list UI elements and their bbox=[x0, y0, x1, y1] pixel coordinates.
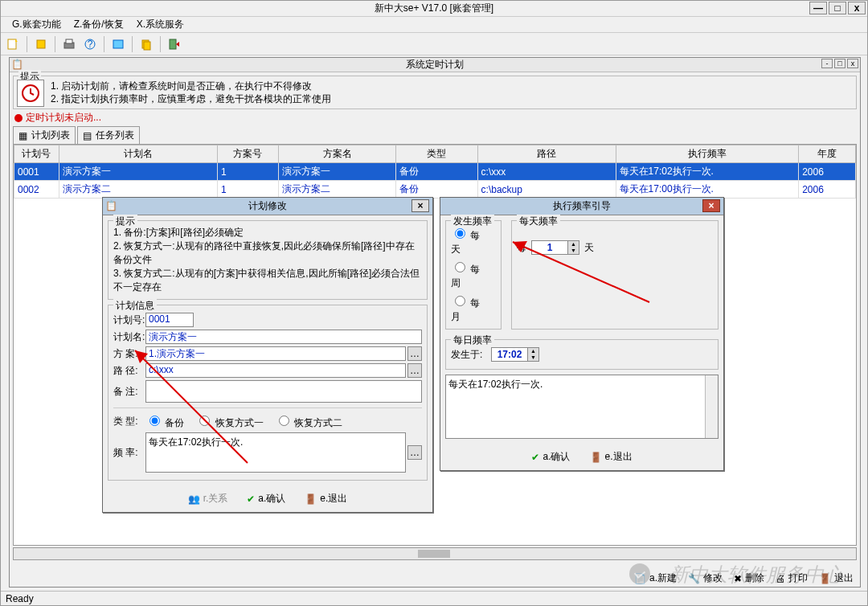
door-icon: 🚪 bbox=[590, 452, 602, 463]
door-icon: 🚪 bbox=[305, 493, 317, 505]
new-icon: 📄 bbox=[634, 573, 646, 584]
toolbar-help-icon[interactable]: ? bbox=[81, 35, 99, 53]
label-scheme: 方 案: bbox=[113, 347, 145, 361]
note-input[interactable] bbox=[145, 380, 422, 403]
label-freq: 频 率: bbox=[113, 446, 145, 460]
radio-weekly[interactable]: 每周 bbox=[451, 260, 485, 290]
summary-scrollbar[interactable] bbox=[705, 375, 718, 438]
tab-task-list[interactable]: ▤ 任务列表 bbox=[77, 126, 140, 144]
print-icon: 🖨 bbox=[776, 573, 785, 584]
toolbar-print-icon[interactable] bbox=[60, 35, 78, 53]
time-up-icon[interactable]: ▲ bbox=[528, 348, 538, 354]
tip-line-1: 1. 启动计划前，请检查系统时间是否正确，在执行中不得修改 bbox=[51, 80, 853, 92]
menu-account[interactable]: G.账套功能 bbox=[6, 16, 68, 33]
svg-rect-6 bbox=[113, 40, 123, 48]
freq-summary[interactable]: 每天在17:02执行一次. bbox=[445, 375, 719, 439]
plan-edit-title: 计划修改 bbox=[248, 199, 287, 213]
edit-tip-2: 2. 恢复方式一:从现有的路径中直接恢复,因此必须确保所输[路径]中存在备份文件 bbox=[113, 240, 422, 267]
exit-button[interactable]: 🚪e.退出 bbox=[305, 492, 347, 506]
col-type[interactable]: 类型 bbox=[396, 145, 477, 163]
scheme-input[interactable]: 1.演示方案一 bbox=[145, 346, 406, 361]
tip-line-2: 2. 指定计划执行频率时，应慎重考虑，避免干扰各模块的正常使用 bbox=[51, 92, 853, 105]
col-scheme-name[interactable]: 方案名 bbox=[278, 145, 396, 163]
plan-edit-close-button[interactable]: × bbox=[411, 199, 429, 212]
edit-dialog-actions: 👥r.关系 ✔a.确认 🚪e.退出 bbox=[103, 485, 432, 512]
col-year[interactable]: 年度 bbox=[799, 145, 856, 163]
freq-browse-button[interactable]: … bbox=[407, 445, 422, 460]
freq-dialog-actions: ✔a.确认 🚪e.退出 bbox=[440, 444, 723, 470]
every-days-stepper[interactable]: ▲▼ bbox=[531, 240, 579, 255]
toolbar-new-icon[interactable] bbox=[4, 35, 22, 53]
horizontal-scrollbar[interactable] bbox=[13, 547, 857, 560]
col-freq[interactable]: 执行频率 bbox=[616, 145, 799, 163]
freq-exit-button[interactable]: 🚪e.退出 bbox=[590, 450, 633, 464]
status-text: 定时计划未启动... bbox=[26, 111, 101, 125]
scheme-browse-button[interactable]: … bbox=[407, 346, 422, 361]
time-stepper[interactable]: ▲▼ bbox=[491, 347, 539, 362]
edit-button[interactable]: 🔧修改 bbox=[688, 571, 723, 585]
delete-button[interactable]: ✖删除 bbox=[734, 571, 764, 585]
plan-info-legend: 计划信息 bbox=[113, 299, 157, 313]
tips-box: 提示 1. 启动计划前，请检查系统时间是否正确，在执行中不得修改 2. 指定计划… bbox=[13, 76, 857, 109]
svg-rect-8 bbox=[144, 42, 150, 50]
freq-confirm-button[interactable]: ✔a.确认 bbox=[531, 450, 570, 464]
delete-icon: ✖ bbox=[734, 573, 742, 584]
schedule-maximize-button[interactable]: □ bbox=[834, 59, 845, 68]
menu-system[interactable]: X.系统服务 bbox=[130, 16, 190, 33]
menu-backup[interactable]: Z.备份/恢复 bbox=[68, 16, 130, 33]
radio-restore2[interactable]: 恢复方式二 bbox=[275, 413, 342, 430]
schedule-titlebar: 📋 系统定时计划 - □ x bbox=[10, 58, 860, 72]
exit-button[interactable]: 🚪退出 bbox=[819, 571, 854, 585]
dailyfreq-legend: 每日频率 bbox=[451, 334, 494, 347]
edit-icon: 🔧 bbox=[688, 573, 700, 584]
path-browse-button[interactable]: … bbox=[407, 363, 422, 378]
toolbar-book-icon[interactable] bbox=[32, 35, 50, 53]
plan-edit-titlebar[interactable]: 📋 计划修改 × bbox=[103, 198, 432, 215]
svg-rect-0 bbox=[8, 39, 16, 49]
freq-display[interactable]: 每天在17:02执行一次. bbox=[145, 432, 406, 473]
radio-monthly[interactable]: 每月 bbox=[451, 293, 485, 324]
maximize-button[interactable]: □ bbox=[829, 2, 846, 14]
freq-close-button[interactable]: × bbox=[702, 199, 720, 212]
toolbar-files-icon[interactable] bbox=[137, 35, 155, 53]
radio-daily[interactable]: 每天 bbox=[451, 226, 485, 256]
plan-id-input[interactable]: 0001 bbox=[145, 313, 194, 327]
minimize-button[interactable]: — bbox=[809, 2, 827, 14]
table-row[interactable]: 0002演示方案二1演示方案二备份c:\backup每天在17:00执行一次.2… bbox=[14, 181, 856, 199]
edit-tips-legend: 提示 bbox=[113, 215, 137, 228]
label-note: 备 注: bbox=[113, 385, 145, 399]
time-down-icon[interactable]: ▼ bbox=[528, 354, 538, 361]
col-scheme-no[interactable]: 方案号 bbox=[217, 145, 278, 163]
col-plan-no[interactable]: 计划号 bbox=[14, 145, 59, 163]
toolbar-explorer-icon[interactable] bbox=[109, 35, 127, 53]
label-path: 路 径: bbox=[113, 364, 145, 378]
path-input[interactable]: c:\xxx bbox=[145, 363, 406, 378]
label-plan-name: 计划名: bbox=[113, 330, 145, 344]
step-up-icon[interactable]: ▲ bbox=[568, 241, 579, 248]
dialog-icon: 📋 bbox=[105, 200, 118, 213]
relation-button[interactable]: 👥r.关系 bbox=[188, 492, 228, 506]
list-icon: ▤ bbox=[83, 130, 94, 141]
step-down-icon[interactable]: ▼ bbox=[568, 248, 579, 254]
happen-at-label: 发生于: bbox=[451, 348, 491, 362]
col-plan-name[interactable]: 计划名 bbox=[59, 145, 217, 163]
toolbar-exit-icon[interactable] bbox=[166, 35, 183, 53]
edit-tip-1: 1. 备份:[方案]和[路径]必须确定 bbox=[113, 226, 422, 240]
col-path[interactable]: 路径 bbox=[477, 145, 616, 163]
plan-name-input[interactable]: 演示方案一 bbox=[145, 330, 422, 344]
schedule-minimize-button[interactable]: - bbox=[821, 59, 833, 68]
users-icon: 👥 bbox=[188, 493, 200, 505]
table-row[interactable]: 0001演示方案一1演示方案一备份c:\xxx每天在17:02执行一次.2006 bbox=[14, 163, 856, 181]
schedule-close-button[interactable]: x bbox=[847, 59, 858, 68]
tab-plan-list[interactable]: ▦ 计划列表 bbox=[13, 126, 76, 144]
radio-backup[interactable]: 备份 bbox=[145, 413, 184, 430]
freq-titlebar[interactable]: 执行频率引导 × bbox=[440, 198, 723, 215]
new-button[interactable]: 📄a.新建 bbox=[634, 571, 677, 585]
radio-restore1[interactable]: 恢复方式一 bbox=[195, 413, 263, 430]
svg-rect-9 bbox=[170, 39, 176, 49]
check-icon: ✔ bbox=[531, 452, 539, 463]
close-button[interactable]: x bbox=[848, 2, 866, 14]
print-button[interactable]: 🖨打印 bbox=[776, 571, 808, 585]
confirm-button[interactable]: ✔a.确认 bbox=[247, 492, 285, 506]
every-label: 每 bbox=[517, 241, 526, 255]
